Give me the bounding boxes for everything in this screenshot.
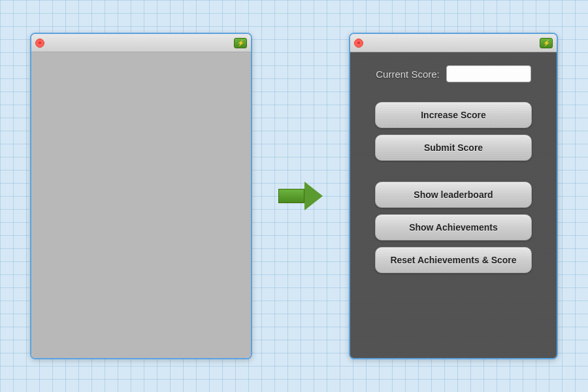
submit-score-button[interactable]: Submit Score [375,135,532,161]
arrow-body [278,189,304,203]
right-title-bar: × [350,34,557,52]
left-phone-window: × [30,33,252,359]
left-close-button[interactable]: × [35,39,44,48]
increase-score-button[interactable]: Increase Score [375,102,532,128]
score-row: Current Score: [376,65,531,82]
left-title-bar: × [31,34,251,52]
arrow-shape [278,182,323,210]
right-phone-window: × Current Score: Increase Score Submit S… [349,33,558,359]
score-label: Current Score: [376,69,440,80]
show-achievements-button[interactable]: Show Achievements [375,214,532,240]
reset-achievements-button[interactable]: Reset Achievements & Score [375,247,532,273]
left-panel-content [31,52,251,358]
right-panel-content: Current Score: Increase Score Submit Sco… [350,52,557,358]
right-title-icon [540,38,553,48]
right-close-button[interactable]: × [354,39,363,48]
score-input[interactable] [446,65,531,82]
show-leaderboard-button[interactable]: Show leaderboard [375,182,532,208]
arrow-head [304,182,323,210]
left-title-icon [234,38,247,48]
transition-arrow [278,182,323,210]
